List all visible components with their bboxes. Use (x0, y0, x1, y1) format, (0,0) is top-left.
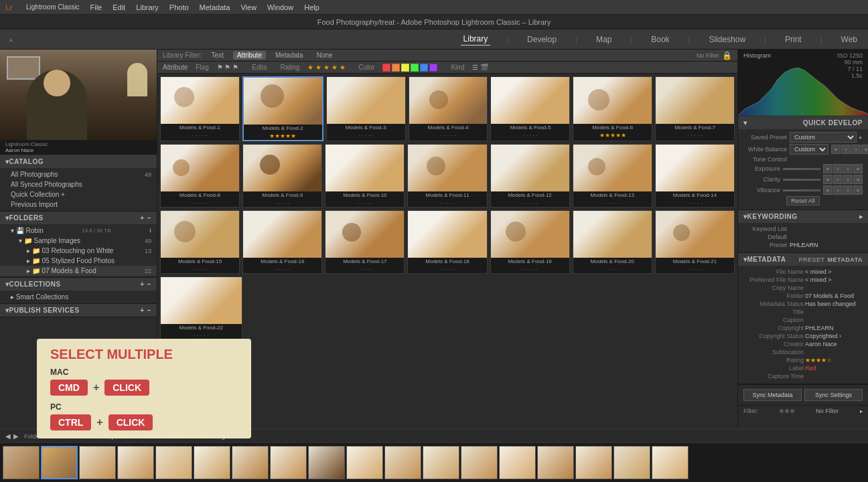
color-orange[interactable] (392, 64, 400, 72)
remove-publish-icon[interactable]: − (147, 307, 151, 314)
click-key-pc[interactable]: CLICK (108, 414, 153, 430)
photo-cell-20[interactable]: 20 Models & Food-20 · · · · · (573, 210, 652, 274)
sync-metadata-button[interactable]: Sync Metadata (743, 389, 802, 401)
color-yellow[interactable] (401, 64, 409, 72)
clar-right2[interactable]: › (843, 175, 853, 184)
wb-left[interactable]: « (831, 145, 841, 154)
clarity-slider[interactable] (783, 179, 820, 181)
exp-left[interactable]: « (823, 164, 833, 173)
nav-develop[interactable]: Develop (524, 33, 559, 46)
nav-web[interactable]: Web (839, 33, 860, 46)
photo-cell-14[interactable]: 14 Models & Food-14 · · · · · (655, 144, 735, 208)
film-thumb-1[interactable] (3, 446, 40, 479)
stylized-folder[interactable]: ▸ 📁 05 Stylized Food Photos (0, 256, 157, 266)
previous-import-item[interactable]: Previous Import (0, 199, 157, 210)
saved-preset-select[interactable]: Custom (790, 132, 857, 143)
film-thumb-16[interactable] (575, 446, 612, 479)
photo-cell-4[interactable]: 4 Models & Food-4 · · · · · (409, 76, 488, 141)
photo-cell-5[interactable]: 5 Models & Food-5 · · · · · (490, 76, 570, 141)
nav-book[interactable]: Book (648, 33, 672, 46)
film-thumb-15[interactable] (537, 446, 574, 479)
photo-cell-19[interactable]: 19 Models & Food-19 · · · · · (490, 210, 570, 274)
click-key-mac[interactable]: CLICK (104, 380, 149, 396)
color-green[interactable] (411, 64, 419, 72)
white-balance-select[interactable]: Custom (790, 144, 828, 155)
wb-left2[interactable]: ‹ (841, 145, 851, 154)
filter-tab-metadata[interactable]: Metadata (271, 51, 307, 60)
photo-cell-6[interactable]: 6 Models & Food-6 ★★★★★ (573, 76, 652, 141)
add-publish-icon[interactable]: + (140, 307, 144, 314)
clar-right[interactable]: » (853, 175, 863, 184)
publish-header[interactable]: ▾ Publish Services + − (0, 304, 157, 317)
robin-drive[interactable]: ▾ 💾 Robin 13.8 / 30 TB ℹ (0, 226, 157, 236)
cmd-key[interactable]: CMD (50, 380, 88, 396)
filter-tab-text[interactable]: Text (207, 51, 227, 60)
nav-map[interactable]: Map (593, 33, 614, 46)
retouching-folder[interactable]: ▸ 📁 03 Retouching on White 13 (0, 246, 157, 256)
film-thumb-12[interactable] (423, 446, 459, 479)
metadata-header[interactable]: ▾ Metadata Preset Metadata (738, 253, 868, 266)
add-collection-icon[interactable]: + (140, 280, 144, 288)
models-folder[interactable]: ▸ 📁 07 Models & Food 22 (0, 266, 157, 276)
rating-meta-value[interactable]: ★★★★☆ (805, 357, 863, 364)
add-folder-icon[interactable]: + (140, 214, 144, 222)
nav-slideshow[interactable]: Slideshow (706, 33, 748, 46)
clar-left[interactable]: « (823, 175, 833, 184)
photo-cell-8[interactable]: 8 Models & Food-8 · · · · · (160, 144, 240, 208)
nav-print[interactable]: Print (782, 33, 804, 46)
ctrl-key[interactable]: CTRL (50, 414, 91, 430)
catalog-header[interactable]: ▾ Catalog (0, 155, 157, 168)
photo-cell-7[interactable]: 7 Models & Food-7 · · · · · (655, 76, 735, 141)
sample-images-folder[interactable]: ▾ 📁 Sample Images 49 (0, 236, 157, 246)
remove-folder-icon[interactable]: − (147, 214, 151, 222)
film-thumb-13[interactable] (461, 446, 498, 479)
exposure-slider[interactable] (783, 168, 820, 170)
color-purple[interactable] (429, 64, 437, 72)
photo-cell-11[interactable]: 11 Models & Food-11 · · · · · (407, 144, 487, 208)
menu-photo[interactable]: Photo (169, 3, 189, 11)
menu-edit[interactable]: Edit (113, 3, 125, 11)
film-thumb-3[interactable] (79, 446, 116, 479)
sync-settings-button[interactable]: Sync Settings (804, 389, 863, 401)
vib-left2[interactable]: ‹ (833, 185, 843, 195)
smart-collections-item[interactable]: ▸ Smart Collections (0, 292, 157, 302)
menu-help[interactable]: Help (304, 3, 319, 11)
vib-right[interactable]: » (853, 185, 863, 195)
photo-cell-2[interactable]: 2 Models & Food-2 ★★★★★ (242, 76, 323, 141)
vibrance-slider[interactable] (783, 189, 820, 191)
folders-header[interactable]: ▾ Folders + − (0, 212, 157, 224)
photo-cell-15[interactable]: 15 Models & Food-15 · · · · · (160, 210, 240, 274)
collections-header[interactable]: ▾ Collections + − (0, 278, 157, 291)
film-thumb-18[interactable] (652, 446, 689, 479)
exp-left2[interactable]: ‹ (833, 164, 843, 173)
filter-tab-none[interactable]: None (313, 51, 337, 60)
filter-arrow-icon[interactable]: ▸ (860, 408, 863, 414)
film-thumb-4[interactable] (117, 446, 154, 479)
photo-cell-3[interactable]: 3 Models & Food-3 · · · · · (326, 76, 406, 141)
exp-right[interactable]: » (853, 164, 863, 173)
nav-library[interactable]: Library (461, 33, 491, 46)
menu-file[interactable]: File (90, 3, 102, 11)
rating-stars[interactable]: ★ ★ ★ ★ ★ (307, 64, 345, 71)
saved-preset-arrow[interactable]: ▸ (859, 134, 863, 141)
menu-window[interactable]: Window (267, 3, 293, 11)
photo-cell-13[interactable]: 13 Models & Food-13 · · · · · (573, 144, 652, 208)
film-thumb-10[interactable] (346, 446, 383, 479)
all-synced-item[interactable]: All Synced Photographs (0, 179, 157, 189)
color-blue[interactable] (420, 64, 428, 72)
nav-right-icon[interactable]: ▶ (13, 432, 19, 440)
photo-cell-18[interactable]: 18 Models & Food-18 · · · · · (407, 210, 487, 274)
nav-left-icon[interactable]: ◀ (5, 432, 11, 440)
photo-cell-10[interactable]: 10 Models & Food-10 · · · · · (325, 144, 405, 208)
photo-cell-17[interactable]: 17 Models & Food-17 · · · · · (325, 210, 405, 274)
menu-metadata[interactable]: Metadata (200, 3, 230, 11)
film-thumb-5[interactable] (155, 446, 192, 479)
film-thumb-6[interactable] (194, 446, 230, 479)
photo-cell-22[interactable]: 22 Models & Food-22 · · · · · (160, 276, 242, 340)
color-red[interactable] (382, 64, 390, 72)
photo-cell-16[interactable]: 16 Models & Food-16 · · · · · (242, 210, 322, 274)
menu-view[interactable]: View (240, 3, 257, 11)
filter-tab-attribute[interactable]: Attribute (233, 51, 266, 60)
wb-right[interactable]: » (861, 145, 868, 154)
exp-right2[interactable]: › (843, 164, 853, 173)
